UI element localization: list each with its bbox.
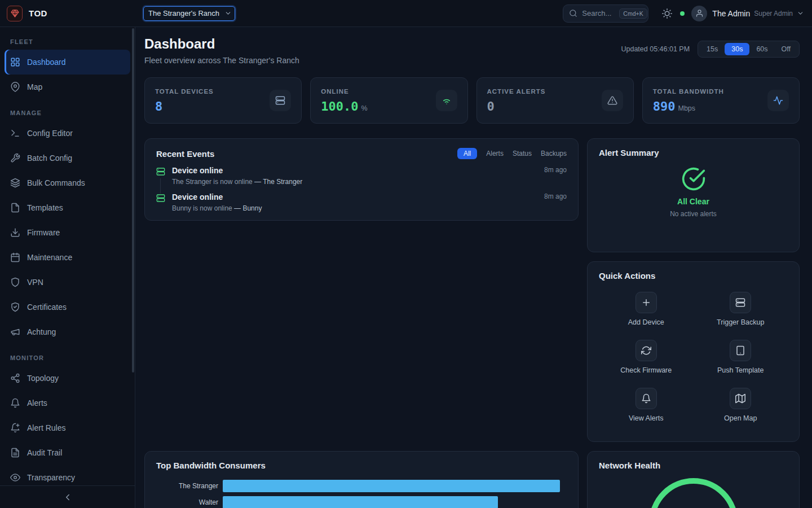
sidebar-item-dashboard[interactable]: Dashboard — [5, 50, 130, 75]
alert-note-text: No active alerts — [599, 210, 788, 218]
network-health-card: Network Health — [587, 451, 800, 508]
map-icon — [730, 388, 751, 409]
bandwidth-row: The Stranger — [156, 480, 567, 492]
app-logo — [7, 6, 23, 21]
device-online-icon — [156, 194, 165, 203]
stat-label: TOTAL BANDWIDTH — [653, 88, 724, 95]
eye-icon — [10, 472, 20, 483]
activity-icon — [767, 90, 789, 111]
sidebar-scrollbar[interactable] — [132, 28, 134, 373]
updated-timestamp: Updated 05:46:01 PM — [621, 45, 690, 53]
sidebar-item-transparency[interactable]: Transparency — [5, 465, 130, 485]
event-device: — Bunny — [234, 204, 262, 212]
bandwidth-row: Walter — [156, 496, 567, 508]
check-firmware-button[interactable]: Check Firmware — [599, 340, 694, 374]
search-shortcut-badge: Cmd+K — [619, 8, 647, 19]
user-menu-button[interactable] — [797, 10, 804, 17]
dashboard-columns: Recent Events All Alerts Status Backups — [144, 138, 800, 508]
stat-value: 0 — [487, 99, 495, 113]
quick-action-label: View Alerts — [629, 414, 664, 422]
search-box[interactable]: Cmd+K — [563, 5, 648, 23]
theme-toggle-button[interactable] — [662, 8, 672, 19]
refresh-option-15s[interactable]: 15s — [700, 43, 725, 55]
gem-icon — [11, 9, 19, 17]
sidebar-item-topology[interactable]: Topology — [5, 366, 130, 391]
server-icon — [270, 90, 291, 111]
view-alerts-button[interactable]: View Alerts — [599, 388, 694, 422]
stat-label: TOTAL DEVICES — [155, 88, 214, 95]
sidebar-item-label: Bulk Commands — [27, 178, 85, 187]
quick-action-label: Add Device — [628, 318, 664, 326]
sidebar-item-bulk-commands[interactable]: Bulk Commands — [5, 170, 130, 195]
sidebar-item-label: Templates — [27, 203, 63, 212]
shield-check-icon — [10, 302, 20, 312]
sidebar-item-label: Firmware — [27, 228, 60, 237]
grid-icon — [10, 57, 20, 67]
sidebar-item-maintenance[interactable]: Maintenance — [5, 245, 130, 270]
search-input[interactable] — [582, 9, 615, 17]
stat-card-online: ONLINE 100.0% — [310, 77, 467, 124]
stat-label: ONLINE — [321, 88, 367, 95]
shell: FLEET Dashboard Map MANAGE Config Editor… — [0, 27, 812, 508]
file-text-icon — [10, 448, 20, 458]
alert-status-text: All Clear — [599, 197, 788, 206]
bell-plus-icon — [10, 423, 20, 433]
user-icon — [695, 9, 704, 17]
sidebar-item-audit-trail[interactable]: Audit Trail — [5, 440, 130, 465]
event-time: 8m ago — [544, 192, 567, 200]
sidebar-item-label: Audit Trail — [27, 448, 62, 457]
sidebar-section-fleet: FLEET — [0, 30, 135, 50]
open-map-button[interactable]: Open Map — [694, 388, 788, 422]
sidebar-item-alerts[interactable]: Alerts — [5, 391, 130, 415]
push-template-button[interactable]: Push Template — [694, 340, 788, 374]
user-role: Super Admin — [754, 10, 793, 17]
server-icon — [730, 292, 751, 313]
event-device: — The Stranger — [254, 178, 302, 186]
network-health-gauge — [649, 478, 738, 508]
sidebar-item-config-editor[interactable]: Config Editor — [5, 121, 130, 146]
recent-events-card: Recent Events All Alerts Status Backups — [144, 138, 579, 221]
stat-label: ACTIVE ALERTS — [487, 88, 546, 95]
refresh-option-off[interactable]: Off — [775, 43, 797, 55]
event-item: Device online 8m ago The Stranger is now… — [156, 166, 567, 192]
sidebar-item-vpn[interactable]: VPN — [5, 270, 130, 295]
filter-status[interactable]: Status — [513, 150, 532, 157]
event-description: The Stranger is now online — [172, 178, 253, 186]
sidebar-item-label: Config Editor — [27, 129, 73, 138]
topbar-right: Cmd+K The Admin Super Admin — [563, 5, 804, 23]
filter-backups[interactable]: Backups — [541, 150, 567, 157]
chevron-down-icon — [797, 10, 804, 17]
quick-actions-grid: Add Device Trigger Backup — [599, 292, 788, 422]
event-item: Device online 8m ago Bunny is now online… — [156, 192, 567, 219]
bell-icon — [636, 388, 657, 409]
user-avatar[interactable] — [691, 6, 707, 21]
wrench-icon — [10, 153, 20, 163]
add-device-button[interactable]: Add Device — [599, 292, 694, 326]
site-select[interactable]: The Stranger's Ranch — [143, 6, 235, 21]
sidebar-item-firmware[interactable]: Firmware — [5, 220, 130, 245]
refresh-icon — [636, 340, 657, 361]
network-health-title: Network Health — [599, 461, 788, 470]
sidebar-item-certificates[interactable]: Certificates — [5, 295, 130, 319]
sidebar-collapse-button[interactable] — [0, 485, 135, 508]
filter-alerts[interactable]: Alerts — [486, 150, 504, 157]
trigger-backup-button[interactable]: Trigger Backup — [694, 292, 788, 326]
bell-icon — [10, 398, 20, 408]
sidebar-item-label: Map — [27, 82, 42, 91]
sidebar-item-label: Dashboard — [27, 58, 66, 67]
sidebar-item-alert-rules[interactable]: Alert Rules — [5, 415, 130, 440]
sidebar-item-achtung[interactable]: Achtung — [5, 319, 130, 344]
sidebar-item-templates[interactable]: Templates — [5, 195, 130, 220]
page-title: Dashboard — [144, 36, 299, 52]
refresh-option-60s[interactable]: 60s — [749, 43, 774, 55]
user-name: The Admin — [712, 9, 750, 18]
sidebar-nav: FLEET Dashboard Map MANAGE Config Editor… — [0, 27, 135, 485]
refresh-option-30s[interactable]: 30s — [725, 43, 749, 55]
alert-summary-card: Alert Summary All Clear No active alerts — [587, 138, 800, 252]
terminal-icon — [10, 128, 20, 138]
site-select-wrap: The Stranger's Ranch — [143, 6, 235, 21]
stat-value: 8 — [155, 99, 162, 113]
sidebar-item-batch-config[interactable]: Batch Config — [5, 146, 130, 170]
sidebar-item-map[interactable]: Map — [5, 75, 130, 99]
filter-all[interactable]: All — [457, 148, 477, 159]
